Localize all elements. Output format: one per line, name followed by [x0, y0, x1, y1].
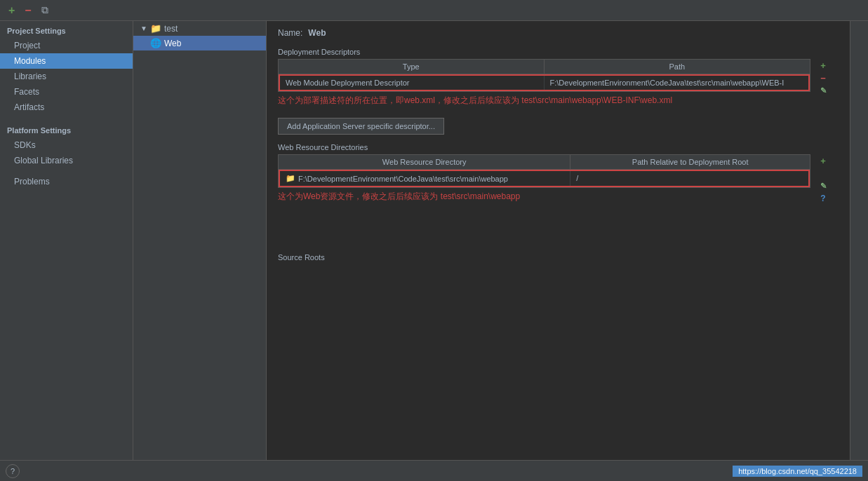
web-resource-edit-btn[interactable]: ✎: [816, 179, 830, 192]
col-directory-header: Web Resource Directory: [279, 155, 570, 169]
toolbar-add-icon[interactable]: +: [6, 3, 18, 18]
project-settings-label: Project Settings: [0, 21, 133, 38]
web-resource-header: Web Resource Directory Path Relative to …: [279, 155, 810, 170]
toolbar-remove-icon[interactable]: −: [22, 3, 34, 18]
web-resource-directory-text: F:\DevelopmentEnvironment\CodeJava\test\…: [298, 175, 508, 183]
sidebar-item-modules[interactable]: Modules: [0, 53, 133, 69]
sidebar-item-project[interactable]: Project: [0, 38, 133, 53]
tree-item-test[interactable]: ▼ 📁 test: [133, 21, 266, 36]
content-wrapper: Name: Web Deployment Descriptors Type Pa…: [267, 21, 868, 460]
toolbar: + − ⧉: [0, 0, 868, 21]
sidebar: Project Settings Project Modules Librari…: [0, 21, 133, 460]
tree-item-web[interactable]: 🌐 Web: [133, 36, 266, 50]
right-panel: Name: Web Deployment Descriptors Type Pa…: [267, 21, 868, 460]
deployment-path-cell: F:\DevelopmentEnvironment\CodeJava\test\…: [545, 76, 809, 90]
deployment-add-btn[interactable]: +: [816, 59, 830, 72]
name-label: Name:: [278, 28, 302, 38]
tree-label-web: Web: [164, 39, 181, 48]
right-action-bar: [850, 21, 868, 460]
sidebar-item-problems[interactable]: Problems: [0, 174, 133, 189]
deployment-actions: + − ✎: [816, 59, 830, 97]
module-tree-panel: ▼ 📁 test 🌐 Web: [133, 21, 267, 460]
web-resource-table-wrap: Web Resource Directory Path Relative to …: [278, 154, 810, 188]
deployment-remove-btn[interactable]: −: [816, 72, 830, 84]
col-rel-path-header: Path Relative to Deployment Root: [570, 155, 810, 169]
source-roots-title: Source Roots: [278, 250, 832, 264]
toolbar-copy-icon[interactable]: ⧉: [39, 3, 51, 18]
web-resource-help-btn[interactable]: ?: [816, 192, 830, 205]
deployment-table: Type Path Web Module Deployment Descript…: [278, 59, 810, 92]
sidebar-item-libraries[interactable]: Libraries: [0, 69, 133, 84]
sidebar-item-artifacts[interactable]: Artifacts: [0, 100, 133, 115]
deployment-edit-btn[interactable]: ✎: [816, 84, 830, 97]
web-resource-table: Web Resource Directory Path Relative to …: [278, 154, 810, 188]
tree-folder-icon: 📁: [150, 23, 161, 34]
source-roots-section: Source Roots: [267, 250, 832, 264]
web-resource-section: Web Resource Directories Web Resource Di…: [267, 140, 832, 208]
deployment-descriptors-title: Deployment Descriptors: [278, 45, 832, 59]
web-resource-add-btn[interactable]: +: [816, 154, 830, 167]
sidebar-item-sdks[interactable]: SDKs: [0, 137, 133, 153]
deployment-table-row[interactable]: Web Module Deployment Descriptor F:\Deve…: [279, 74, 810, 91]
bottom-bar: ? https://blog.csdn.net/qq_35542218: [0, 460, 868, 481]
sidebar-item-facets[interactable]: Facets: [0, 84, 133, 100]
tree-web-icon: 🌐: [150, 38, 161, 48]
web-resource-actions: + − ✎ ?: [816, 154, 830, 205]
web-resource-title: Web Resource Directories: [278, 140, 832, 154]
sidebar-item-global-libraries[interactable]: Global Libraries: [0, 153, 133, 168]
web-resource-comment: 这个为Web资源文件，修改之后后续应该为 test\src\main\webap…: [278, 188, 832, 208]
bottom-link[interactable]: https://blog.csdn.net/qq_35542218: [733, 466, 862, 477]
name-row: Name: Web: [267, 21, 832, 45]
col-type-header: Type: [279, 60, 545, 74]
tree-arrow-test: ▼: [140, 25, 147, 32]
web-resource-folder-icon: 📁: [286, 174, 295, 183]
bottom-help-button[interactable]: ?: [6, 464, 20, 478]
add-descriptor-button[interactable]: Add Application Server specific descript…: [278, 118, 444, 135]
web-resource-path-cell: /: [570, 171, 808, 186]
web-resource-table-row[interactable]: 📁 F:\DevelopmentEnvironment\CodeJava\tes…: [279, 170, 810, 187]
deployment-table-wrap: Type Path Web Module Deployment Descript…: [278, 59, 810, 92]
deployment-descriptors-section: Deployment Descriptors Type Path Web Mod…: [267, 45, 832, 140]
main-panel: Name: Web Deployment Descriptors Type Pa…: [267, 21, 850, 460]
deployment-type-cell: Web Module Deployment Descriptor: [280, 76, 545, 90]
name-value: Web: [308, 28, 326, 38]
main-content: Project Settings Project Modules Librari…: [0, 21, 868, 460]
deployment-comment: 这个为部署描述符的所在位置，即web.xml，修改之后后续应该为 test\sr…: [278, 92, 832, 112]
web-resource-directory-cell: 📁 F:\DevelopmentEnvironment\CodeJava\tes…: [280, 171, 570, 186]
tree-label-test: test: [164, 24, 178, 34]
platform-settings-label: Platform Settings: [0, 121, 133, 137]
deployment-table-header: Type Path: [279, 60, 810, 74]
col-path-header: Path: [545, 60, 810, 74]
